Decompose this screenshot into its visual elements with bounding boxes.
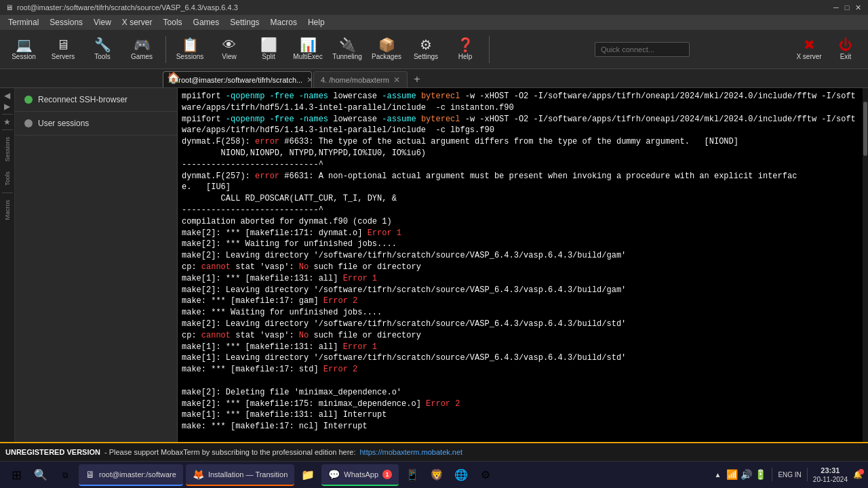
- terminal-line-3: dynmat.F(258): error #6633: The type of …: [182, 136, 859, 148]
- strip-sessions[interactable]: Sessions: [3, 133, 12, 166]
- menu-games[interactable]: Games: [188, 16, 225, 28]
- taskview-button[interactable]: ⧉: [54, 464, 76, 486]
- volume-icon[interactable]: 🔊: [741, 469, 752, 480]
- tool-xserver-label: X server: [796, 53, 821, 60]
- tab-2-close[interactable]: ✕: [393, 75, 400, 85]
- datetime-display[interactable]: 23:31 20-11-2024: [813, 466, 848, 484]
- left-arrow-icon[interactable]: ◀: [4, 91, 10, 100]
- whatsapp-taskbar-app[interactable]: 💬 WhatsApp 1: [321, 464, 399, 486]
- tool-help-label: Help: [458, 53, 473, 60]
- home-tab-icon[interactable]: 🏠: [165, 69, 182, 85]
- menu-sessions[interactable]: Sessions: [44, 16, 88, 28]
- session-icon: 💻: [16, 38, 33, 52]
- settings-icon: ⚙: [420, 38, 432, 52]
- strip-separator-2: [2, 129, 13, 130]
- terminal-line-23: [182, 375, 859, 387]
- right-arrow-icon[interactable]: ▶: [4, 102, 10, 111]
- search-button[interactable]: 🔍: [30, 464, 52, 486]
- tool-games-label: Games: [131, 53, 153, 60]
- tool-exit[interactable]: ⏻ Exit: [829, 33, 863, 66]
- tool-sessions2-label: Sessions: [176, 53, 204, 60]
- tool-session[interactable]: 💻 Session: [5, 33, 42, 66]
- mobaxterm-taskbar-app[interactable]: 🖥 root@imaster:/software: [79, 464, 183, 486]
- terminal-line-26: make[1]: *** [makefile:131: all] Interru…: [182, 409, 859, 421]
- close-button[interactable]: ✕: [853, 3, 863, 12]
- terminal-line-2: mpiifort -qopenmp -free -names lowercase…: [182, 114, 859, 137]
- phone-taskbar-icon[interactable]: 📱: [401, 464, 423, 486]
- tool-xserver[interactable]: ✖ X server: [792, 33, 826, 66]
- system-clock[interactable]: ENG IN: [778, 470, 801, 479]
- date-display: 20-11-2024: [813, 475, 848, 484]
- new-tab-button[interactable]: +: [409, 71, 425, 87]
- taskbar: ⊞ 🔍 ⧉ 🖥 root@imaster:/software 🦊 Install…: [0, 461, 868, 488]
- tool-view[interactable]: 👁 View: [211, 33, 248, 66]
- terminal-line-18: make[2]: Leaving directory '/software/ti…: [182, 319, 859, 330]
- maximize-button[interactable]: □: [842, 3, 852, 12]
- system-tray-expand[interactable]: ▲: [714, 471, 721, 479]
- strip-tools[interactable]: Tools: [3, 167, 12, 190]
- menu-view[interactable]: View: [88, 16, 117, 28]
- tool-session-label: Session: [12, 53, 36, 60]
- app-icon: 🖥: [5, 3, 13, 12]
- firefox-taskbar-app[interactable]: 🦊 Installation — Transition: [186, 464, 294, 486]
- menu-help[interactable]: Help: [302, 16, 330, 28]
- user-sessions-icon: [24, 119, 33, 127]
- star-icon[interactable]: ★: [3, 117, 11, 127]
- firefox-app-icon: 🦊: [193, 469, 204, 480]
- tool-settings[interactable]: ⚙ Settings: [408, 33, 444, 66]
- menu-tools[interactable]: Tools: [158, 16, 188, 28]
- side-strip: ◀ ▶ ★ Sessions Tools Macros: [0, 88, 15, 442]
- tool-games[interactable]: 🎮 Games: [123, 33, 160, 66]
- toolbar-separator-2: [489, 36, 490, 63]
- network-icon[interactable]: 📶: [726, 469, 738, 480]
- terminal-line-19: cp: cannot stat 'vasp': No such file or …: [182, 330, 859, 342]
- scrollbar[interactable]: [863, 88, 868, 442]
- files-taskbar-icon[interactable]: 📁: [297, 464, 319, 486]
- tool-packages[interactable]: 📦 Packages: [368, 33, 405, 66]
- menu-macros[interactable]: Macros: [265, 16, 302, 28]
- notification-bell[interactable]: 🔔: [853, 470, 863, 479]
- edge-taskbar-icon[interactable]: 🌐: [450, 464, 472, 486]
- tab-2[interactable]: 4. /home/mobaxterm ✕: [313, 71, 408, 87]
- minimize-button[interactable]: ─: [831, 3, 841, 12]
- strip-macros[interactable]: Macros: [3, 196, 12, 224]
- tool-split[interactable]: ⬜ Split: [250, 33, 287, 66]
- status-bar: UNREGISTERED VERSION - Please support Mo…: [0, 442, 868, 461]
- terminal-line-6b: e. [IU6]: [182, 182, 859, 193]
- tool-servers[interactable]: 🖥 Servers: [45, 33, 81, 66]
- user-sessions-item[interactable]: User sessions: [20, 116, 172, 131]
- menu-settings[interactable]: Settings: [224, 16, 264, 28]
- strip-separator-1: [2, 114, 13, 115]
- tool-packages-label: Packages: [372, 53, 401, 60]
- tool-tunneling[interactable]: 🔌 Tunneling: [329, 33, 366, 66]
- tab-1-close[interactable]: ✕: [307, 75, 312, 85]
- quick-connect-input[interactable]: [595, 42, 690, 57]
- terminal-line-1: mpiifort -qopenmp -free -names lowercase…: [182, 91, 859, 114]
- tool-tools[interactable]: 🔧 Tools: [84, 33, 121, 66]
- settings-taskbar-icon[interactable]: ⚙: [475, 464, 496, 486]
- tab-1[interactable]: 3. root@imaster:/software/tifrh/scratch.…: [163, 71, 312, 87]
- menu-xserver[interactable]: X server: [117, 16, 158, 28]
- start-button[interactable]: ⊞: [5, 464, 27, 486]
- sessions-icon: 📋: [182, 38, 199, 52]
- menu-terminal[interactable]: Terminal: [3, 16, 44, 28]
- left-panel: Reconnect SSH-browser User sessions: [15, 88, 178, 442]
- tool-sessions2[interactable]: 📋 Sessions: [172, 33, 208, 66]
- strip-separator-3: [2, 192, 13, 193]
- terminal-output[interactable]: mpiifort -qopenmp -free -names lowercase…: [178, 88, 863, 442]
- brave-taskbar-icon[interactable]: 🦁: [426, 464, 448, 486]
- terminal-line-5: ----------------------------^: [182, 159, 859, 171]
- reconnect-ssh-button[interactable]: Reconnect SSH-browser: [20, 92, 172, 107]
- unregistered-label: UNREGISTERED VERSION: [5, 448, 100, 456]
- toolbar: 💻 Session 🖥 Servers 🔧 Tools 🎮 Games 📋 Se…: [0, 30, 868, 69]
- tab-2-label: 4. /home/mobaxterm: [321, 76, 389, 84]
- tool-help[interactable]: ❓ Help: [447, 33, 484, 66]
- terminal-line-14: make[1]: *** [makefile:131: all] Error 1: [182, 273, 859, 285]
- status-link[interactable]: https://mobaxterm.mobatek.net: [360, 448, 463, 456]
- help-icon: ❓: [457, 38, 474, 52]
- tool-multiexec[interactable]: 📊 MultiExec: [290, 33, 326, 66]
- terminal-line-11: make[2]: *** Waiting for unfinished jobs…: [182, 239, 859, 250]
- scroll-thumb[interactable]: [863, 102, 867, 156]
- battery-icon[interactable]: 🔋: [755, 469, 766, 480]
- tool-tools-label: Tools: [94, 53, 110, 60]
